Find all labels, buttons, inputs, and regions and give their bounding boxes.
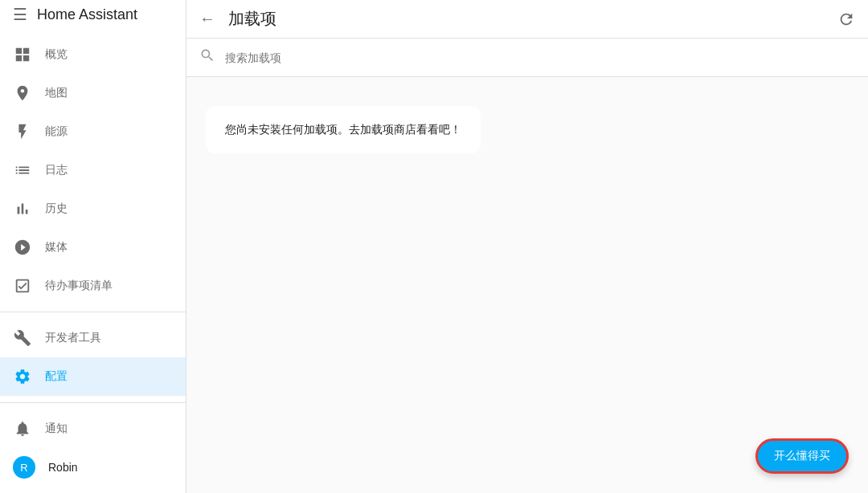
- sidebar-item-label: 开发者工具: [45, 331, 101, 345]
- sidebar-item-label: 日志: [45, 163, 68, 177]
- sidebar-item-map[interactable]: 地图: [0, 74, 186, 112]
- nav-divider-bottom: [0, 402, 186, 403]
- sidebar-header: ☰ Home Assistant: [0, 0, 186, 29]
- main-content: ← 加载项 您尚未安装任何加载项。去加载项商店看看吧！: [186, 0, 868, 493]
- sidebar-item-history[interactable]: 历史: [0, 189, 186, 228]
- avatar: R: [13, 456, 35, 479]
- empty-message-text: 您尚未安装任何加载项。去加载项商店看看吧！: [225, 123, 461, 136]
- search-input[interactable]: [225, 51, 855, 64]
- sidebar-item-label: 媒体: [45, 240, 68, 255]
- sidebar-item-label: 地图: [45, 86, 68, 100]
- checkbox-icon: [13, 276, 32, 295]
- sidebar-item-label: 待办事项清单: [45, 279, 113, 293]
- user-profile[interactable]: R Robin: [0, 448, 186, 487]
- sidebar-nav: 概览 地图 能源 日志: [0, 29, 186, 396]
- bell-icon: [13, 419, 32, 438]
- floating-btn-label: 开么懂得买: [774, 449, 830, 463]
- gear-icon: [13, 367, 32, 386]
- refresh-button[interactable]: [837, 10, 855, 28]
- bar-chart-icon: [13, 199, 32, 218]
- sidebar-item-label: 概览: [45, 47, 68, 62]
- menu-icon[interactable]: ☰: [13, 5, 27, 24]
- sidebar-item-media[interactable]: 媒体: [0, 228, 186, 267]
- sidebar-item-label: 能源: [45, 124, 68, 139]
- sidebar-item-label: 通知: [45, 422, 68, 436]
- wrench-icon: [13, 328, 32, 348]
- sidebar-item-notifications[interactable]: 通知: [0, 409, 186, 448]
- sidebar-item-dev-tools[interactable]: 开发者工具: [0, 319, 186, 357]
- main-header: ← 加载项: [186, 0, 868, 39]
- sidebar-item-todo[interactable]: 待办事项清单: [0, 267, 186, 305]
- play-circle-icon: [13, 238, 32, 257]
- floating-action-button[interactable]: 开么懂得买: [755, 438, 849, 474]
- app-title: Home Assistant: [37, 6, 137, 23]
- search-bar: [186, 39, 868, 77]
- lightning-icon: [13, 122, 32, 141]
- person-map-icon: [13, 84, 32, 103]
- sidebar-item-overview[interactable]: 概览: [0, 35, 186, 74]
- nav-divider: [0, 312, 186, 312]
- page-title: 加载项: [228, 8, 276, 30]
- back-button[interactable]: ←: [199, 10, 215, 28]
- sidebar-item-log[interactable]: 日志: [0, 151, 186, 189]
- grid-icon: [13, 45, 32, 64]
- sidebar-item-energy[interactable]: 能源: [0, 112, 186, 151]
- user-name: Robin: [48, 461, 78, 474]
- sidebar-item-label: 历史: [45, 202, 68, 216]
- main-body: 您尚未安装任何加载项。去加载项商店看看吧！: [186, 77, 868, 493]
- search-icon: [199, 47, 215, 67]
- empty-message-card: 您尚未安装任何加载项。去加载项商店看看吧！: [206, 106, 481, 153]
- sidebar-item-label: 配置: [45, 369, 68, 384]
- list-icon: [13, 161, 32, 180]
- sidebar-item-settings[interactable]: 配置: [0, 357, 186, 396]
- sidebar: ☰ Home Assistant 概览 地图: [0, 0, 186, 493]
- sidebar-bottom: 通知 R Robin: [0, 396, 186, 493]
